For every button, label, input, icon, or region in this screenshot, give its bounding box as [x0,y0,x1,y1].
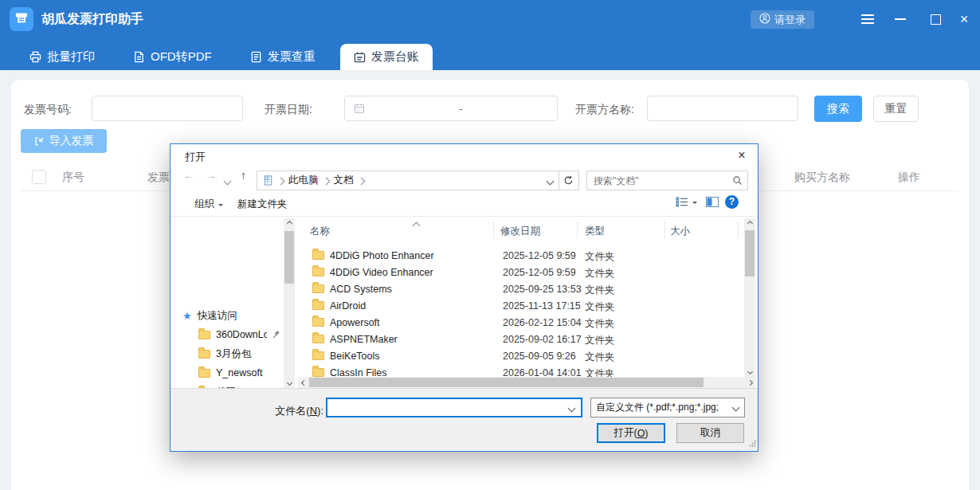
column-divider[interactable] [493,221,494,238]
scrollbar-thumb[interactable] [309,378,704,387]
dialog-search-input[interactable] [592,174,732,187]
column-header-name[interactable]: 名称 [310,225,330,238]
back-button[interactable]: ← [183,169,194,182]
file-row[interactable]: AirDroid 2025-11-13 17:15 文件夹 [296,298,744,315]
reset-button[interactable]: 重置 [873,96,919,122]
column-header-date-modified[interactable]: 修改日期 [500,225,540,238]
tab-invoice-ledger[interactable]: 发票台账 [340,44,433,70]
column-header-type[interactable]: 类型 [585,225,605,238]
breadcrumb-documents[interactable]: 文档 [334,174,354,187]
scrollbar-thumb[interactable] [284,231,294,284]
file-type: 文件夹 [585,300,615,314]
file-name: ClassIn Files [330,367,387,377]
select-all-checkbox[interactable] [32,170,46,184]
file-row[interactable]: ACD Systems 2025-09-25 13:53 文件夹 [296,281,744,298]
sidebar-item-march-package[interactable]: 3月份包 [171,346,284,362]
sidebar-item-360download[interactable]: 360DownLoa [171,327,284,343]
folder-icon [312,251,324,260]
sidebar-label: 快速访问 [198,309,237,323]
folder-icon [312,318,324,327]
address-bar[interactable]: 此电脑 文档 [257,171,559,190]
filename-input[interactable] [327,399,569,416]
refresh-button[interactable] [559,171,579,190]
file-row[interactable]: ASPNETMaker 2025-09-02 16:17 文件夹 [296,331,744,348]
login-label: 请登录 [774,13,806,27]
close-button[interactable]: × [954,11,974,27]
organize-button[interactable]: 组织 [194,198,223,211]
file-date: 2025-12-05 9:59 [503,267,576,278]
column-header-actions: 操作 [898,171,920,185]
cancel-button[interactable]: 取消 [676,423,744,443]
new-folder-button[interactable]: 新建文件夹 [237,198,288,211]
file-row[interactable]: Apowersoft 2026-02-12 15:04 文件夹 [296,315,744,331]
scroll-left-icon[interactable] [298,377,309,388]
column-header-size[interactable]: 大小 [670,225,690,238]
views-button[interactable] [676,197,697,207]
login-button[interactable]: 请登录 [751,10,814,29]
forward-button[interactable]: → [206,169,217,182]
scroll-down-icon[interactable] [744,367,755,377]
file-list-vertical-scrollbar[interactable] [744,218,755,377]
file-row[interactable]: 4DDiG Photo Enhancer 2025-12-05 9:59 文件夹 [296,248,744,265]
sidebar-label: Y_newsoft [216,367,262,378]
invoice-number-input[interactable] [92,96,242,120]
scrollbar-thumb[interactable] [745,230,755,276]
resize-grip-icon[interactable] [749,438,756,449]
folder-icon [198,331,210,339]
preview-pane-button[interactable] [706,197,719,207]
file-name: ACD Systems [330,284,392,295]
scroll-up-icon[interactable] [284,218,295,229]
file-type: 文件夹 [585,267,615,280]
open-button[interactable]: 打开(O) [597,423,665,443]
filetype-select[interactable]: 自定义文件 (*.pdf;*.png;*.jpg; [590,398,745,417]
tab-ofd-to-pdf[interactable]: OFD转PDF [120,44,225,70]
recent-locations-dropdown[interactable] [225,175,230,186]
search-button[interactable]: 搜索 [814,96,862,122]
open-file-dialog: 打开 × ← → ↑ 此电脑 文档 [170,143,759,452]
address-dropdown-button[interactable] [547,175,553,186]
scroll-right-icon[interactable] [744,377,755,388]
filename-combo-box [326,398,582,417]
column-divider[interactable] [738,221,739,238]
dialog-close-button[interactable]: × [732,147,751,164]
file-row[interactable]: ClassIn Files 2026-01-04 14:01 文件夹 [296,365,744,377]
column-divider[interactable] [664,221,665,238]
help-button[interactable]: ? [725,195,739,209]
sort-ascending-icon [414,220,419,231]
folder-icon [312,368,324,377]
file-type: 文件夹 [585,317,615,331]
breadcrumb-chevron-icon [323,175,329,186]
file-date: 2025-09-02 16:17 [503,334,582,345]
sidebar-item-quick-access[interactable]: ★ 快速访问 [171,308,284,323]
file-date: 2025-12-05 9:59 [503,250,576,261]
file-row[interactable]: BeiKeTools 2025-09-05 9:26 文件夹 [296,348,744,365]
dialog-title-bar[interactable] [171,144,758,167]
organize-label: 组织 [194,198,214,211]
scroll-down-icon[interactable] [284,378,295,388]
scroll-up-icon[interactable] [744,218,755,229]
tab-batch-print[interactable]: 批量打印 [16,44,108,70]
sidebar-label: 360DownLoa [216,329,267,340]
menu-icon[interactable] [857,11,878,27]
sidebar-item-y-newsoft[interactable]: Y_newsoft [171,365,284,381]
up-button[interactable]: ↑ [241,169,246,182]
file-date: 2026-01-04 14:01 [503,367,582,377]
tab-invoice-dedup[interactable]: 发票查重 [237,44,329,70]
column-divider[interactable] [577,221,578,238]
date-range-separator: - [365,103,557,115]
invoice-date-range-input[interactable]: - [344,96,558,121]
minimize-button[interactable] [890,11,911,27]
maximize-button[interactable] [925,11,946,27]
app-logo-icon [10,7,33,31]
tab-label: 发票查重 [268,49,316,65]
issuer-name-input[interactable] [648,96,798,120]
breadcrumb-this-pc[interactable]: 此电脑 [288,174,319,187]
filename-dropdown-icon[interactable] [569,402,574,414]
filetype-dropdown-icon [732,404,740,412]
column-header-buyer: 购买方名称 [794,171,850,185]
import-invoice-button[interactable]: 导入发票 [21,129,107,153]
file-list-horizontal-scrollbar[interactable] [298,377,755,388]
file-row[interactable]: 4DDiG Video Enhancer 2025-12-05 9:59 文件夹 [296,265,744,281]
folder-icon [198,350,210,359]
sidebar-scrollbar[interactable] [284,218,295,388]
